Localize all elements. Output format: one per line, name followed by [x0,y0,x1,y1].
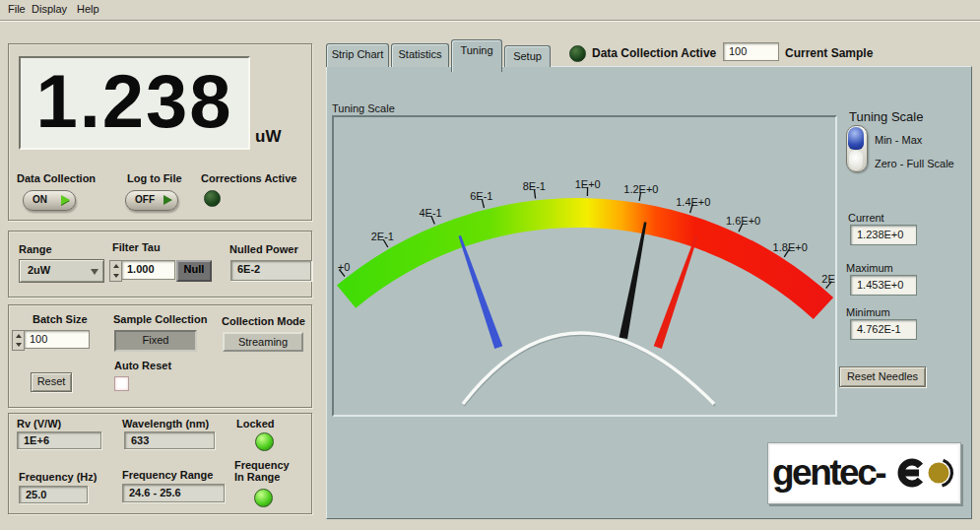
menu-bar: File Display Help [0,0,980,21]
spinner-down-icon[interactable] [13,341,24,351]
maximum-value: 1.453E+0 [850,275,917,296]
log-to-file-toggle[interactable]: OFF [125,190,178,211]
sample-collection-button[interactable]: Fixed [114,330,197,352]
rv-value: 1E+6 [17,431,101,449]
tab-statistics[interactable]: Statistics [391,43,449,67]
gauge-tick-label: 1.8E+0 [773,241,808,253]
rv-label: Rv (V/W) [17,418,61,430]
current-value: 1.238E+0 [850,225,917,245]
log-to-file-label: Log to File [127,172,182,184]
locked-led [255,432,274,451]
logo-gold-dot [929,463,949,484]
filter-tau-label: Filter Tau [112,241,161,253]
tab-tuning[interactable]: Tuning [451,39,502,72]
auto-reset-checkbox[interactable] [114,376,129,391]
tab-setup[interactable]: Setup [504,45,551,67]
batch-size-input[interactable]: 100 [24,330,90,349]
gentec-logo: gentec- [767,442,961,504]
toggle-off-arrow-icon [163,195,172,205]
menu-display[interactable]: Display [32,3,67,15]
current-label: Current [848,212,884,224]
tuning-gauge: +02E-14E-16E-18E-11E+01.2E+01.4E+01.6E+0… [334,117,835,415]
switch-knob[interactable] [848,127,864,150]
tab-strip-chart[interactable]: Strip Chart [326,43,389,67]
batch-size-label: Batch Size [33,313,88,325]
current-sample-value: 100 [723,42,779,61]
range-panel: Range 2uW Filter Tau 1.000 Null Nulled P… [8,231,312,298]
gauge-tick-label: 1.2E+0 [623,183,658,195]
power-readout-display: 1.238 [19,56,250,150]
tuning-tab-page: Tuning Scale +02E-14E-16E-18E-11E+01.2E+… [326,66,972,519]
reset-needles-button[interactable]: Reset Needles [839,366,926,387]
power-meter-app: { "menu": {"items": [{"label": "File"}, … [0,0,980,530]
data-collection-active-label: Data Collection Active [592,46,716,60]
gauge-tick-label: 2E-1 [371,231,394,242]
minimum-value: 4.762E-1 [850,319,917,340]
menu-help[interactable]: Help [77,3,99,15]
gauge-tick-label: 1.4E+0 [676,196,710,208]
menu-file[interactable]: File [8,3,26,15]
range-label: Range [19,243,52,255]
frequency-value: 25.0 [19,486,88,503]
corrections-active-label: Corrections Active [201,172,296,184]
switch-option-min-max: Min - Max [875,134,922,146]
gauge-tick-label: 1E+0 [575,178,601,190]
collection-mode-button[interactable]: Streaming [223,332,303,352]
frequency-in-range-led [254,489,273,507]
range-dropdown[interactable]: 2uW [19,259,104,283]
toggle-on-arrow-icon [61,195,70,205]
minimum-label: Minimum [846,306,890,318]
sensor-panel: Rv (V/W) 1E+6 Wavelength (nm) 633 Locked… [8,413,312,514]
gauge-tick-label: 8E-1 [523,180,546,192]
frequency-label: Frequency (Hz) [19,471,97,483]
frequency-in-range-label-2: In Range [234,471,280,483]
logo-text: gentec- [772,452,885,493]
reset-button[interactable]: Reset [31,372,72,392]
batch-panel: Batch Size 100 Sample Collection Fixed C… [8,304,312,408]
current-sample-label: Current Sample [785,46,873,60]
gauge-tick-label: 6E-1 [470,190,492,202]
data-collection-active-led [569,45,586,62]
auto-reset-label: Auto Reset [114,360,171,371]
spinner-up-icon[interactable] [13,331,24,341]
gauge-tick-label: 2E [821,273,834,285]
spinner-down-icon[interactable] [110,271,121,281]
gentec-logo-graphic: gentec- [771,449,959,498]
frequency-range-value: 24.6 - 25.6 [122,484,225,502]
sample-collection-label: Sample Collection [113,313,207,325]
range-value: 2uW [28,264,50,276]
data-collection-toggle[interactable]: ON [23,190,76,211]
power-unit-label: uW [255,127,281,147]
gauge-needle-minimum [459,235,503,349]
wavelength-value: 633 [124,431,215,449]
nulled-power-value: 6E-2 [230,260,311,281]
data-collection-state: ON [33,194,47,205]
tuning-scale-switch-title: Tuning Scale [849,109,923,124]
tuning-scale-switch[interactable] [846,125,868,172]
log-to-file-state: OFF [135,194,155,205]
frequency-range-label: Frequency Range [122,469,213,481]
collection-mode-label: Collection Mode [222,315,305,327]
data-collection-label: Data Collection [17,172,96,184]
dropdown-arrow-icon [91,269,98,275]
nulled-power-label: Nulled Power [229,243,298,255]
tuning-scale-gauge-label: Tuning Scale [332,102,395,114]
switch-track [849,151,863,170]
corrections-active-led [204,190,221,207]
wavelength-label: Wavelength (nm) [122,418,209,430]
measurement-panel: 1.238 uW Data Collection Log to File Cor… [8,43,312,221]
gauge-tick-label: 1.6E+0 [726,215,760,227]
filter-tau-input[interactable]: 1.000 [121,260,175,280]
gauge-tick-label: +0 [338,261,351,273]
frequency-in-range-label-1: Frequency [234,459,290,471]
tuning-gauge-panel: +02E-14E-16E-18E-11E+01.2E+01.4E+01.6E+0… [332,115,837,417]
maximum-label: Maximum [846,262,893,274]
switch-option-zero-full: Zero - Full Scale [875,158,954,169]
spinner-up-icon[interactable] [110,261,121,271]
locked-label: Locked [236,418,275,430]
gauge-needle-current [620,222,647,339]
gauge-needle-maximum [654,235,698,349]
gauge-tick-label: 4E-1 [419,207,441,219]
null-button[interactable]: Null [176,260,212,282]
